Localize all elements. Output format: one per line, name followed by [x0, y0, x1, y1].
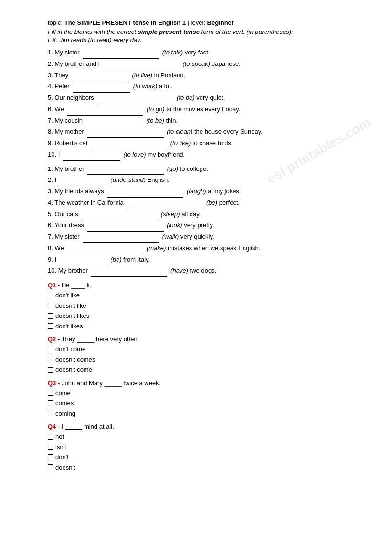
fill-blank — [63, 149, 120, 161]
line-pre: I — [54, 176, 56, 183]
question-Q1: Q1 - He ____ it.don't likedoesn't likedo… — [48, 282, 354, 331]
line-num: 1. — [48, 49, 53, 56]
fill-line: 1. My brother (go) to college. — [48, 164, 354, 175]
line-num: 6. — [48, 105, 53, 113]
question-label-Q4: Q4 - I _____ mind at all. — [48, 423, 354, 430]
verb-hint: (be) — [206, 199, 217, 206]
verb-hint: (to be) — [177, 94, 195, 101]
line-num: 2. — [48, 60, 53, 67]
fill-line: 6. We (to go) to the movies every Friday… — [48, 104, 354, 116]
line-num: 3. — [48, 72, 53, 79]
mc-option[interactable]: doesn't come — [48, 365, 354, 375]
line-num: 6. — [48, 221, 53, 229]
line-post: two dogs. — [190, 267, 217, 274]
line-pre: My mother — [54, 128, 84, 135]
checkbox[interactable] — [48, 444, 53, 450]
instructions-bold: simple present tense — [138, 28, 200, 35]
question-label-Q3: Q3 - John and Mary _____ twice a week. — [48, 379, 354, 387]
checkbox[interactable] — [48, 464, 53, 470]
checkbox[interactable] — [48, 390, 53, 396]
checkbox[interactable] — [48, 357, 53, 362]
verb-hint: (laugh) — [187, 188, 206, 195]
checkbox[interactable] — [48, 323, 53, 329]
line-post: Japanese. — [212, 60, 241, 67]
fill-blank — [107, 186, 183, 198]
fill-line: 9. I (be) from Italy. — [48, 254, 354, 266]
option-text: doesn't comes — [55, 355, 95, 365]
line-post: perfect. — [219, 199, 240, 206]
fill-line: 3. My friends always (laugh) at my jokes… — [48, 186, 354, 198]
mc-option[interactable]: don't likes — [48, 322, 354, 331]
section1: 1. My sister (to talk) very fast.2. My b… — [48, 47, 354, 161]
verb-hint: (to love) — [124, 151, 146, 158]
mc-option[interactable]: doesn't likes — [48, 311, 354, 321]
fill-blank — [86, 116, 143, 127]
line-pre: The weather in California — [54, 199, 124, 206]
line-post: all day. — [181, 211, 201, 218]
section2: 1. My brother (go) to college.2. I (unde… — [48, 164, 354, 277]
line-pre: My brother — [54, 165, 84, 172]
question-label-Q1: Q1 - He ____ it. — [48, 282, 354, 289]
checkbox[interactable] — [48, 400, 53, 406]
mc-option[interactable]: comes — [48, 399, 354, 408]
mc-option[interactable]: doesn't — [48, 463, 354, 473]
verb-hint: (to talk) — [162, 49, 183, 56]
line-post: to chase birds. — [192, 139, 233, 147]
mc-option[interactable]: don't come — [48, 345, 354, 354]
mc-option[interactable]: doesn't comes — [48, 355, 354, 365]
line-num: 9. — [48, 139, 53, 147]
q-id: Q4 — [48, 423, 56, 430]
line-post: very quickly. — [180, 233, 214, 240]
topic-title: The SIMPLE PRESENT tense in English 1 — [64, 19, 186, 26]
line-post: to the movies every Friday. — [166, 105, 240, 113]
mc-option[interactable]: doesn't like — [48, 301, 354, 311]
q-id: Q3 — [48, 379, 56, 387]
option-text: come — [55, 389, 71, 398]
fill-line: 1. My sister (to talk) very fast. — [48, 47, 354, 59]
checkbox[interactable] — [48, 411, 53, 416]
mc-option[interactable]: isn't — [48, 442, 354, 452]
checkbox[interactable] — [48, 434, 53, 440]
question-label-Q2: Q2 - They _____ here very often. — [48, 336, 354, 343]
fill-blank — [67, 243, 143, 254]
checkbox[interactable] — [48, 367, 53, 373]
verb-hint: (walk) — [162, 233, 179, 240]
level: Beginner — [207, 19, 234, 26]
fill-line: 10. My brother (have) two dogs. — [48, 265, 354, 277]
line-pre: My sister — [54, 49, 79, 56]
line-num: 10. — [48, 267, 56, 274]
verb-hint: (to work) — [133, 83, 158, 90]
checkbox[interactable] — [48, 454, 53, 460]
mc-option[interactable]: come — [48, 389, 354, 398]
verb-hint: (to live) — [132, 72, 152, 79]
topic-prefix: topic: — [48, 19, 64, 26]
checkbox[interactable] — [48, 313, 53, 319]
fill-line: 8. My mother (to clean) the house every … — [48, 126, 354, 138]
option-text: isn't — [55, 442, 66, 452]
option-text: don't come — [55, 345, 85, 354]
fill-line: 10. I (to love) my boyfriend. — [48, 149, 354, 161]
mc-option[interactable]: coming — [48, 409, 354, 419]
mc-option[interactable]: don't like — [48, 291, 354, 300]
mc-option[interactable]: don't — [48, 453, 354, 462]
checkbox[interactable] — [48, 293, 53, 298]
mc-section: Q1 - He ____ it.don't likedoesn't likedo… — [48, 282, 354, 472]
q-id: Q1 — [48, 282, 56, 289]
line-pre: My friends always — [54, 188, 104, 195]
line-num: 5. — [48, 94, 53, 101]
line-pre: My brother and I — [54, 60, 100, 67]
line-pre: Our neighbors — [54, 94, 94, 101]
mc-option[interactable]: not — [48, 432, 354, 442]
option-text: don't likes — [55, 322, 83, 331]
fill-blank — [87, 126, 164, 138]
line-pre: We — [54, 244, 64, 252]
line-post: the house every Sunday. — [194, 128, 263, 135]
question-Q3: Q3 - John and Mary _____ twice a week.co… — [48, 379, 354, 419]
line-post: to college. — [180, 165, 208, 172]
checkbox[interactable] — [48, 347, 53, 352]
fill-blank — [83, 47, 159, 59]
checkbox[interactable] — [48, 303, 53, 308]
line-num: 7. — [48, 233, 53, 240]
verb-hint: (sleep) — [161, 211, 180, 218]
line-num: 7. — [48, 117, 53, 124]
